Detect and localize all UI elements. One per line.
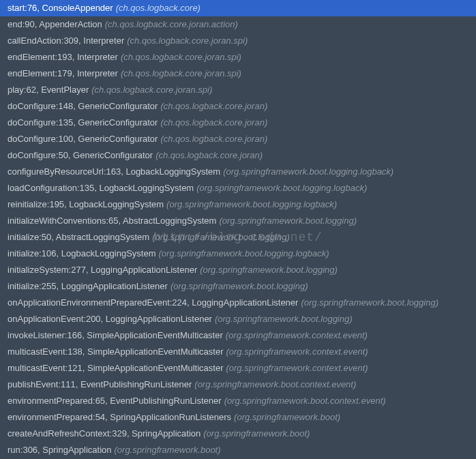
- frame-method: multicastEvent:121, SimpleApplicationEve…: [8, 363, 223, 373]
- stack-frame-row[interactable]: invokeListener:166, SimpleApplicationEve…: [0, 327, 476, 344]
- stack-frame-row[interactable]: initialize:255, LoggingApplicationListen…: [0, 278, 476, 295]
- frame-method: onApplicationEnvironmentPreparedEvent:22…: [8, 297, 298, 308]
- frame-package: (org.springframework.context.event): [226, 363, 368, 373]
- stack-frame-row[interactable]: endElement:193, Interpreter(ch.qos.logba…: [0, 49, 476, 65]
- stack-frame-row[interactable]: onApplicationEnvironmentPreparedEvent:22…: [0, 295, 476, 311]
- frame-package: (ch.qos.logback.core.joran): [160, 117, 267, 128]
- stack-frame-row[interactable]: createAndRefreshContext:329, SpringAppli…: [0, 426, 476, 442]
- frame-method: onApplicationEvent:200, LoggingApplicati…: [8, 314, 212, 324]
- stack-frame-row[interactable]: environmentPrepared:65, EventPublishingR…: [0, 393, 476, 409]
- stack-frame-row[interactable]: multicastEvent:138, SimpleApplicationEve…: [0, 344, 476, 360]
- frame-package: (org.springframework.boot.logging.logbac…: [159, 248, 329, 258]
- frame-method: configureByResourceUrl:163, LogbackLoggi…: [8, 166, 220, 177]
- frame-package: (ch.qos.logback.core.joran.spi): [121, 52, 241, 62]
- stack-frame-row[interactable]: initializeWithConventions:65, AbstractLo…: [0, 213, 476, 229]
- frame-method: invokeListener:166, SimpleApplicationEve…: [8, 330, 223, 340]
- stack-frame-row[interactable]: onApplicationEvent:200, LoggingApplicati…: [0, 311, 476, 327]
- frame-method: loadConfiguration:135, LogbackLoggingSys…: [8, 183, 194, 193]
- frame-package: (ch.qos.logback.core.joran.spi): [121, 68, 241, 78]
- frame-method: doConfigure:148, GenericConfigurator: [8, 101, 158, 111]
- stack-frame-row[interactable]: initialize:50, AbstractLoggingSystem(org…: [0, 229, 476, 246]
- stack-frame-row[interactable]: end:90, AppenderAction(ch.qos.logback.co…: [0, 16, 476, 33]
- frame-package: (org.springframework.boot): [234, 412, 340, 422]
- frame-package: (org.springframework.context.event): [226, 330, 368, 340]
- stack-frame-row[interactable]: configureByResourceUrl:163, LogbackLoggi…: [0, 164, 476, 180]
- frame-package: (org.springframework.boot.logging.logbac…: [196, 183, 367, 193]
- frame-method: initializeSystem:277, LoggingApplication…: [8, 265, 197, 275]
- frame-package: (org.springframework.boot.logging): [219, 216, 357, 226]
- frame-method: endElement:193, Interpreter: [8, 52, 118, 62]
- frame-package: (ch.qos.logback.core.joran.action): [105, 19, 238, 29]
- stack-frame-row[interactable]: play:62, EventPlayer(ch.qos.logback.core…: [0, 82, 476, 98]
- frame-package: (ch.qos.logback.core): [116, 3, 200, 13]
- frame-method: initialize:50, AbstractLoggingSystem: [8, 232, 149, 242]
- stack-frame-row[interactable]: multicastEvent:121, SimpleApplicationEve…: [0, 360, 476, 376]
- stack-frame-row[interactable]: reinitialize:195, LogbackLoggingSystem(o…: [0, 196, 476, 213]
- stack-frame-row[interactable]: start:76, ConsoleAppender(ch.qos.logback…: [0, 0, 476, 16]
- frame-package: (ch.qos.logback.core.joran): [160, 134, 267, 144]
- frame-package: (ch.qos.logback.core.joran.spi): [127, 35, 248, 46]
- frame-method: environmentPrepared:65, EventPublishingR…: [8, 396, 222, 406]
- frame-package: (org.springframework.context.event): [226, 346, 368, 357]
- frame-package: (ch.qos.logback.core.joran): [155, 150, 263, 160]
- frame-method: callEndAction:309, Interpreter: [8, 35, 124, 46]
- stack-frame-row[interactable]: publishEvent:111, EventPublishingRunList…: [0, 376, 476, 393]
- frame-package: (org.springframework.boot.logging.logbac…: [166, 199, 337, 209]
- frame-method: run:306, SpringApplication: [8, 445, 112, 455]
- frame-package: (org.springframework.boot.context.event): [194, 379, 356, 389]
- frame-method: play:62, EventPlayer: [8, 85, 89, 95]
- stack-frame-row[interactable]: doConfigure:135, GenericConfigurator(ch.…: [0, 115, 476, 131]
- stack-frame-row[interactable]: initialize:106, LogbackLoggingSystem(org…: [0, 246, 476, 262]
- frame-package: (org.springframework.boot.context.event): [224, 396, 386, 406]
- stack-frame-row[interactable]: environmentPrepared:54, SpringApplicatio…: [0, 409, 476, 426]
- frame-method: initialize:106, LogbackLoggingSystem: [8, 248, 156, 258]
- stack-frame-row[interactable]: run:306, SpringApplication(org.springfra…: [0, 442, 476, 458]
- frame-package: (org.springframework.boot.logging): [170, 281, 308, 291]
- frame-method: createAndRefreshContext:329, SpringAppli…: [8, 428, 200, 439]
- frame-package: (org.springframework.boot.logging): [152, 232, 290, 242]
- frame-package: (org.springframework.boot): [115, 445, 221, 455]
- frame-package: (org.springframework.boot.logging.logbac…: [223, 166, 393, 177]
- stack-frame-row[interactable]: initializeSystem:277, LoggingApplication…: [0, 262, 476, 278]
- frame-package: (ch.qos.logback.core.joran): [160, 101, 267, 111]
- frame-package: (org.springframework.boot): [203, 428, 310, 439]
- frame-package: (org.springframework.boot.logging): [200, 265, 338, 275]
- frame-package: (org.springframework.boot.logging): [301, 297, 438, 308]
- stack-frame-row[interactable]: endElement:179, Interpreter(ch.qos.logba…: [0, 65, 476, 82]
- frame-method: start:76, ConsoleAppender: [8, 3, 113, 13]
- frame-method: end:90, AppenderAction: [8, 19, 102, 29]
- frame-method: doConfigure:50, GenericConfigurator: [8, 150, 153, 160]
- frame-package: (ch.qos.logback.core.joran.spi): [91, 85, 212, 95]
- stack-frame-row[interactable]: callEndAction:309, Interpreter(ch.qos.lo…: [0, 33, 476, 49]
- frame-method: endElement:179, Interpreter: [8, 68, 118, 78]
- frame-package: (org.springframework.boot.logging): [215, 314, 353, 324]
- frame-method: reinitialize:195, LogbackLoggingSystem: [8, 199, 164, 209]
- frame-method: initialize:255, LoggingApplicationListen…: [8, 281, 168, 291]
- stack-frame-list: start:76, ConsoleAppender(ch.qos.logback…: [0, 0, 476, 458]
- frame-method: environmentPrepared:54, SpringApplicatio…: [8, 412, 231, 422]
- stack-frame-row[interactable]: doConfigure:50, GenericConfigurator(ch.q…: [0, 147, 476, 164]
- frame-method: doConfigure:100, GenericConfigurator: [8, 134, 158, 144]
- frame-method: initializeWithConventions:65, AbstractLo…: [8, 216, 216, 226]
- frame-method: doConfigure:135, GenericConfigurator: [8, 117, 158, 128]
- stack-frame-row[interactable]: doConfigure:148, GenericConfigurator(ch.…: [0, 98, 476, 115]
- frame-method: publishEvent:111, EventPublishingRunList…: [8, 379, 192, 389]
- frame-method: multicastEvent:138, SimpleApplicationEve…: [8, 346, 223, 357]
- stack-frame-row[interactable]: loadConfiguration:135, LogbackLoggingSys…: [0, 180, 476, 196]
- stack-frame-row[interactable]: doConfigure:100, GenericConfigurator(ch.…: [0, 131, 476, 147]
